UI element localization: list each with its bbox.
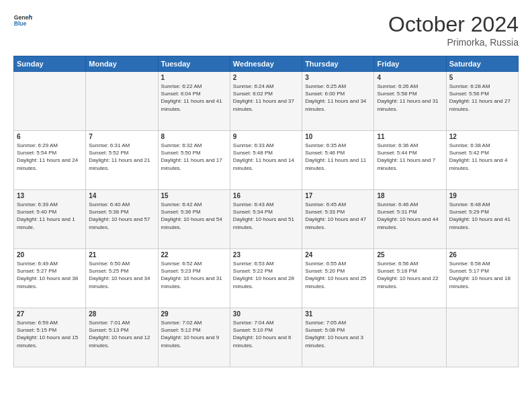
day-number: 19 [449,192,515,199]
day-info: Sunrise: 6:35 AMSunset: 5:46 PMDaylight:… [305,142,371,172]
col-friday: Friday [374,56,446,72]
calendar-table: Sunday Monday Tuesday Wednesday Thursday… [13,56,519,367]
table-row: 17Sunrise: 6:45 AMSunset: 5:33 PMDayligh… [302,190,374,249]
table-row: 28Sunrise: 7:01 AMSunset: 5:13 PMDayligh… [86,308,158,367]
day-number: 24 [305,251,371,259]
col-monday: Monday [86,56,158,72]
table-row: 20Sunrise: 6:49 AMSunset: 5:27 PMDayligh… [14,249,86,308]
table-row: 14Sunrise: 6:40 AMSunset: 5:38 PMDayligh… [86,190,158,249]
day-number: 14 [89,192,154,199]
day-number: 8 [161,133,227,140]
day-info: Sunrise: 6:48 AMSunset: 5:29 PMDaylight:… [449,201,515,231]
day-info: Sunrise: 6:33 AMSunset: 5:48 PMDaylight:… [233,142,299,172]
day-number: 3 [305,74,371,81]
col-saturday: Saturday [446,56,518,72]
day-number: 29 [161,310,227,318]
table-row: 6Sunrise: 6:29 AMSunset: 5:54 PMDaylight… [14,131,86,190]
day-info: Sunrise: 7:02 AMSunset: 5:12 PMDaylight:… [161,319,227,349]
day-info: Sunrise: 6:31 AMSunset: 5:52 PMDaylight:… [89,142,154,172]
table-row: 26Sunrise: 6:58 AMSunset: 5:17 PMDayligh… [446,249,518,308]
col-tuesday: Tuesday [158,56,230,72]
table-row: 11Sunrise: 6:36 AMSunset: 5:44 PMDayligh… [374,131,446,190]
day-info: Sunrise: 6:56 AMSunset: 5:18 PMDaylight:… [377,260,443,290]
day-number: 20 [17,251,83,259]
col-sunday: Sunday [14,56,86,72]
table-row [86,72,158,131]
day-number: 27 [17,310,83,318]
day-info: Sunrise: 6:50 AMSunset: 5:25 PMDaylight:… [89,260,154,290]
day-info: Sunrise: 6:26 AMSunset: 5:58 PMDaylight:… [377,83,443,113]
month-title: October 2024 [388,12,519,37]
day-info: Sunrise: 6:46 AMSunset: 5:31 PMDaylight:… [377,201,443,231]
day-info: Sunrise: 6:40 AMSunset: 5:38 PMDaylight:… [89,201,154,231]
svg-text:Blue: Blue [14,20,27,27]
day-info: Sunrise: 6:49 AMSunset: 5:27 PMDaylight:… [17,260,83,290]
table-row: 5Sunrise: 6:28 AMSunset: 5:56 PMDaylight… [446,72,518,131]
col-wednesday: Wednesday [230,56,302,72]
day-number: 21 [89,251,154,259]
calendar-week-row: 20Sunrise: 6:49 AMSunset: 5:27 PMDayligh… [14,249,519,308]
day-info: Sunrise: 6:43 AMSunset: 5:34 PMDaylight:… [233,201,299,231]
day-number: 1 [161,74,227,81]
table-row: 2Sunrise: 6:24 AMSunset: 6:02 PMDaylight… [230,72,302,131]
day-number: 6 [17,133,83,140]
table-row: 3Sunrise: 6:25 AMSunset: 6:00 PMDaylight… [302,72,374,131]
day-number: 10 [305,133,371,140]
day-number: 17 [305,192,371,199]
day-info: Sunrise: 6:32 AMSunset: 5:50 PMDaylight:… [161,142,227,172]
table-row: 16Sunrise: 6:43 AMSunset: 5:34 PMDayligh… [230,190,302,249]
day-info: Sunrise: 6:55 AMSunset: 5:20 PMDaylight:… [305,260,371,290]
day-number: 18 [377,192,443,199]
table-row: 25Sunrise: 6:56 AMSunset: 5:18 PMDayligh… [374,249,446,308]
day-number: 7 [89,133,154,140]
day-number: 11 [377,133,443,140]
table-row: 29Sunrise: 7:02 AMSunset: 5:12 PMDayligh… [158,308,230,367]
table-row: 22Sunrise: 6:52 AMSunset: 5:23 PMDayligh… [158,249,230,308]
day-info: Sunrise: 6:38 AMSunset: 5:42 PMDaylight:… [449,142,515,172]
table-row: 10Sunrise: 6:35 AMSunset: 5:46 PMDayligh… [302,131,374,190]
day-info: Sunrise: 6:39 AMSunset: 5:40 PMDaylight:… [17,201,83,231]
table-row: 27Sunrise: 6:59 AMSunset: 5:15 PMDayligh… [14,308,86,367]
table-row: 8Sunrise: 6:32 AMSunset: 5:50 PMDaylight… [158,131,230,190]
day-number: 28 [89,310,154,318]
day-number: 4 [377,74,443,81]
day-number: 16 [233,192,299,199]
table-row: 1Sunrise: 6:22 AMSunset: 6:04 PMDaylight… [158,72,230,131]
calendar-week-row: 27Sunrise: 6:59 AMSunset: 5:15 PMDayligh… [14,308,519,367]
day-number: 12 [449,133,515,140]
day-info: Sunrise: 6:53 AMSunset: 5:22 PMDaylight:… [233,260,299,290]
page: General Blue October 2024 Primorka, Russ… [0,0,532,411]
day-info: Sunrise: 6:24 AMSunset: 6:02 PMDaylight:… [233,83,299,113]
location: Primorka, Russia [388,37,519,48]
table-row [446,308,518,367]
day-info: Sunrise: 7:04 AMSunset: 5:10 PMDaylight:… [233,319,299,349]
table-row [14,72,86,131]
calendar-header-row: Sunday Monday Tuesday Wednesday Thursday… [14,56,519,72]
day-info: Sunrise: 6:45 AMSunset: 5:33 PMDaylight:… [305,201,371,231]
table-row: 12Sunrise: 6:38 AMSunset: 5:42 PMDayligh… [446,131,518,190]
day-number: 9 [233,133,299,140]
table-row: 24Sunrise: 6:55 AMSunset: 5:20 PMDayligh… [302,249,374,308]
day-number: 31 [305,310,371,318]
day-info: Sunrise: 6:36 AMSunset: 5:44 PMDaylight:… [377,142,443,172]
table-row: 19Sunrise: 6:48 AMSunset: 5:29 PMDayligh… [446,190,518,249]
table-row: 23Sunrise: 6:53 AMSunset: 5:22 PMDayligh… [230,249,302,308]
table-row [374,308,446,367]
day-info: Sunrise: 6:59 AMSunset: 5:15 PMDaylight:… [17,319,83,349]
day-number: 26 [449,251,515,259]
table-row: 7Sunrise: 6:31 AMSunset: 5:52 PMDaylight… [86,131,158,190]
day-number: 23 [233,251,299,259]
calendar-week-row: 13Sunrise: 6:39 AMSunset: 5:40 PMDayligh… [14,190,519,249]
day-number: 22 [161,251,227,259]
col-thursday: Thursday [302,56,374,72]
day-number: 13 [17,192,83,199]
logo-icon: General Blue [13,12,32,31]
day-info: Sunrise: 6:42 AMSunset: 5:36 PMDaylight:… [161,201,227,231]
calendar-week-row: 6Sunrise: 6:29 AMSunset: 5:54 PMDaylight… [14,131,519,190]
table-row: 31Sunrise: 7:05 AMSunset: 5:08 PMDayligh… [302,308,374,367]
table-row: 15Sunrise: 6:42 AMSunset: 5:36 PMDayligh… [158,190,230,249]
table-row: 30Sunrise: 7:04 AMSunset: 5:10 PMDayligh… [230,308,302,367]
calendar-week-row: 1Sunrise: 6:22 AMSunset: 6:04 PMDaylight… [14,72,519,131]
table-row: 4Sunrise: 6:26 AMSunset: 5:58 PMDaylight… [374,72,446,131]
day-number: 25 [377,251,443,259]
